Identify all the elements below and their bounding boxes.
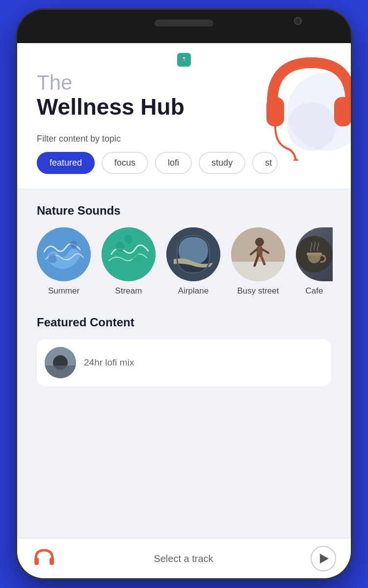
circle-item-cafe[interactable]: Cafe [296,227,333,296]
nature-sounds-section: Nature Sounds [17,189,351,306]
chip-study[interactable]: study [199,152,245,174]
top-section: ? ∨ [17,43,351,189]
svg-rect-25 [50,558,54,565]
svg-rect-20 [307,253,322,255]
svg-rect-12 [231,262,285,281]
phone-top-bar [17,10,351,43]
svg-rect-24 [34,558,39,565]
featured-item-title: 24hr lofi mix [84,357,134,368]
svg-rect-2 [266,97,284,126]
chevron-down-icon[interactable]: ∨ [180,53,188,66]
circle-busy-label: Busy street [237,286,279,296]
svg-rect-3 [334,97,351,126]
circles-row: Summer Stream [37,227,351,296]
circle-airplane [166,227,220,281]
circle-stream [102,227,156,281]
circle-busy [231,227,285,281]
svg-rect-23 [45,366,76,378]
circle-cafe [296,227,333,281]
circle-airplane-label: Airplane [178,286,209,296]
svg-point-4 [293,159,299,161]
svg-point-1 [287,102,336,151]
chip-featured[interactable]: featured [37,152,95,174]
chip-lofi[interactable]: lofi [155,152,192,174]
circle-item-busy[interactable]: Busy street [231,227,285,296]
featured-content-section: Featured Content 24hr lofi mix [17,306,351,539]
circle-item-summer[interactable]: Summer [37,227,91,296]
featured-card[interactable]: 24hr lofi mix [37,339,331,386]
svg-point-13 [255,238,264,246]
select-track-text: Select a track [56,553,311,564]
circle-cafe-label: Cafe [306,286,323,296]
circle-summer-label: Summer [48,286,79,296]
speaker [155,20,213,26]
circle-summer [37,227,91,281]
chip-focus[interactable]: focus [102,152,148,174]
circle-item-airplane[interactable]: Airplane [166,227,220,296]
featured-thumb [45,347,76,378]
featured-content-title: Featured Content [37,316,331,329]
play-icon [320,554,329,564]
screen: ? ∨ [17,43,351,578]
svg-point-5 [37,227,91,281]
circle-item-stream[interactable]: Stream [102,227,156,296]
play-button[interactable] [311,546,336,571]
nature-sounds-title: Nature Sounds [37,204,351,218]
camera [294,17,302,25]
phone-frame: ? ∨ [17,10,351,578]
player-bar: Select a track [17,539,351,578]
headphone-icon [32,546,56,571]
headphones-illustration [258,48,351,166]
circle-stream-label: Stream [115,286,142,296]
